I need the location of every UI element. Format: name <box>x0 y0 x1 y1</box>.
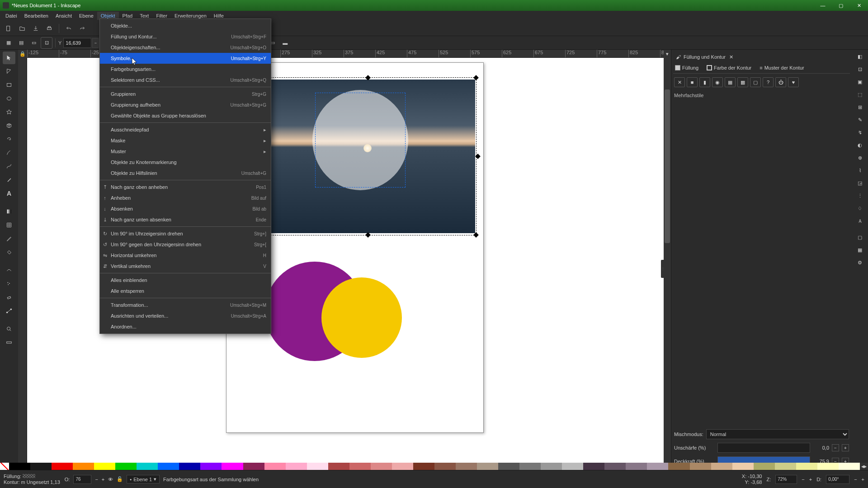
color-swatch[interactable] <box>604 463 626 470</box>
fill-swatch-icon[interactable] <box>23 474 35 478</box>
menu-item[interactable]: Ausrichten und verteilen...Umschalt+Strg… <box>100 310 271 321</box>
color-swatch[interactable] <box>732 463 754 470</box>
cmd-icon-5[interactable]: ⊞ <box>854 101 866 113</box>
handle-br[interactable] <box>473 232 478 237</box>
color-swatch[interactable] <box>711 463 732 470</box>
paint-radial-icon[interactable]: ◉ <box>712 77 723 87</box>
tweak-tool[interactable] <box>3 264 15 277</box>
mesh-tool[interactable] <box>3 219 15 231</box>
menu-bearbeiten[interactable]: Bearbeiten <box>21 12 52 20</box>
measure-tool[interactable] <box>3 336 15 349</box>
menu-item[interactable]: Farbgebungsarten... <box>100 64 271 75</box>
star-tool[interactable] <box>3 106 15 118</box>
blur-inc[interactable]: + <box>842 444 849 451</box>
panel-gripper[interactable]: ⋮ <box>661 260 665 278</box>
zoom-inc[interactable]: + <box>809 477 812 482</box>
menu-item[interactable]: GruppierenStrg+G <box>100 89 271 99</box>
menu-item[interactable]: Gewählte Objekte aus Gruppe herauslösen <box>100 110 271 121</box>
color-swatch[interactable] <box>690 463 711 470</box>
tab-stroke-style[interactable]: ≡Muster der Kontur <box>760 65 804 70</box>
cmd-icon-6[interactable]: ✎ <box>854 114 866 126</box>
rot-dec[interactable]: − <box>854 477 857 482</box>
yellow-circle[interactable] <box>321 277 402 358</box>
menu-item[interactable]: Objekte zu HilfslinienUmschalt+G <box>100 168 271 178</box>
cmd-icon-16[interactable]: ▦ <box>854 244 866 256</box>
cmd-icon-9[interactable]: ⊕ <box>854 152 866 164</box>
color-swatch[interactable] <box>392 463 413 470</box>
menu-ebene[interactable]: Ebene <box>75 12 97 20</box>
swatch-none[interactable] <box>0 463 9 470</box>
color-swatch[interactable] <box>817 463 839 470</box>
menu-item[interactable]: ↻Um 90° im Uhrzeigersinn drehenStrg+] <box>100 228 271 239</box>
calligraphy-tool[interactable] <box>3 174 15 186</box>
selector-tool[interactable] <box>3 52 15 64</box>
menu-item[interactable]: Objekte... <box>100 20 271 31</box>
color-swatch[interactable] <box>668 463 689 470</box>
menu-item[interactable]: Selektoren und CSS...Umschalt+Strg+Q <box>100 75 271 85</box>
cmd-icon-4[interactable]: ⬚ <box>854 89 866 100</box>
cmd-icon-12[interactable]: ⋮ <box>854 190 866 202</box>
color-swatch[interactable] <box>371 463 392 470</box>
paintbucket-tool[interactable] <box>3 246 15 258</box>
paint-pattern-icon[interactable]: ▦ <box>725 77 736 87</box>
menu-item[interactable]: ↓AbsenkenBild ab <box>100 203 271 214</box>
transform-opt4-icon[interactable]: ▬ <box>279 37 291 49</box>
paint-heart-icon[interactable]: ♥ <box>788 77 799 87</box>
menu-item[interactable]: Alles einblenden <box>100 275 271 286</box>
color-swatch[interactable] <box>775 463 796 470</box>
color-swatch[interactable] <box>498 463 519 470</box>
pencil-tool[interactable] <box>3 146 15 159</box>
select-all-icon[interactable]: ▤ <box>15 37 27 49</box>
menu-item[interactable]: ⇋Horizontal umkehrenH <box>100 250 271 261</box>
menu-item[interactable]: ↑AnhebenBild auf <box>100 192 271 203</box>
color-swatch[interactable] <box>349 463 371 470</box>
paint-swatch-icon[interactable]: ▢ <box>750 77 761 87</box>
menu-item[interactable]: Muster▸ <box>100 146 271 157</box>
menu-item[interactable]: ⇵Vertikal umkehrenV <box>100 261 271 272</box>
color-swatch[interactable] <box>52 463 73 470</box>
menu-item[interactable]: ⤓Nach ganz unten absenkenEnde <box>100 214 271 225</box>
visibility-icon[interactable]: 👁 <box>108 477 113 482</box>
panel-close-icon[interactable]: ✕ <box>729 54 733 60</box>
cmd-icon-3[interactable]: ▣ <box>854 76 866 88</box>
color-swatch[interactable] <box>413 463 434 470</box>
color-swatch[interactable] <box>796 463 817 470</box>
redo-button[interactable] <box>76 23 88 34</box>
menu-item[interactable]: Alle entsperren <box>100 286 271 296</box>
color-swatch[interactable] <box>307 463 328 470</box>
handle-tr[interactable] <box>473 75 478 80</box>
select-all-layers-icon[interactable]: ▦ <box>3 37 14 49</box>
text-tool[interactable]: A <box>3 187 15 200</box>
spray-tool[interactable] <box>3 277 15 290</box>
cmd-icon-13[interactable]: ♢ <box>854 202 866 214</box>
menu-item[interactable]: Objekteigenschaften...Umschalt+Strg+O <box>100 42 271 53</box>
color-swatch[interactable] <box>839 463 860 470</box>
color-swatch[interactable] <box>286 463 307 470</box>
color-swatch[interactable] <box>200 463 222 470</box>
color-swatch[interactable] <box>179 463 200 470</box>
zoom-dec[interactable]: − <box>802 477 804 482</box>
zoom-tool[interactable] <box>3 323 15 335</box>
menu-item[interactable]: Füllung und Kontur...Umschalt+Strg+F <box>100 31 271 42</box>
color-swatch[interactable] <box>222 463 243 470</box>
menu-item[interactable]: Objekte zu Knotenmarkierung <box>100 157 271 168</box>
cmd-icon-17[interactable]: ⚙ <box>854 257 866 268</box>
deselect-icon[interactable]: ▭ <box>28 37 40 49</box>
paint-unknown-icon[interactable]: ? <box>763 77 774 87</box>
color-swatch[interactable] <box>626 463 647 470</box>
paint-flat-icon[interactable]: ■ <box>687 77 698 87</box>
color-swatch[interactable] <box>434 463 456 470</box>
menu-item[interactable]: ↺Um 90° gegen den Uhrzeigersinn drehenSt… <box>100 239 271 250</box>
cmd-icon-8[interactable]: ◐ <box>854 139 866 151</box>
menu-ansicht[interactable]: Ansicht <box>52 12 75 20</box>
menu-item[interactable]: Symbole...Umschalt+Strg+Y <box>100 53 271 64</box>
color-swatch[interactable] <box>456 463 477 470</box>
blur-dec[interactable]: − <box>832 444 839 451</box>
color-swatch[interactable] <box>562 463 583 470</box>
paint-power-icon[interactable]: ⏻ <box>775 77 786 87</box>
color-swatch[interactable] <box>30 463 52 470</box>
cmd-icon-2[interactable]: ⊡ <box>854 63 866 75</box>
rectangle-tool[interactable] <box>3 79 15 91</box>
open-file-button[interactable] <box>16 23 28 34</box>
status-opacity-input[interactable] <box>73 475 91 484</box>
